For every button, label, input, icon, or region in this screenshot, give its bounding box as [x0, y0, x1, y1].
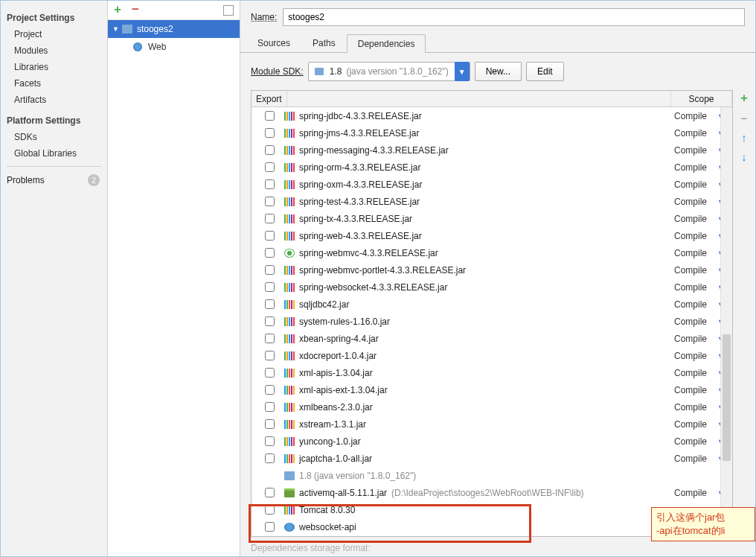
export-checkbox[interactable]	[265, 265, 275, 275]
table-row[interactable]: xml-apis-ext-1.3.04.jarCompile▼	[252, 381, 732, 398]
table-row[interactable]: spring-webmvc-4.3.3.RELEASE.jarCompile▼	[252, 244, 732, 261]
sidebar-item-modules[interactable]: Modules	[1, 42, 107, 59]
scope-cell[interactable]: Compile	[671, 488, 717, 498]
export-checkbox[interactable]	[265, 453, 275, 463]
table-row[interactable]: activemq-all-5.11.1.jar (D:\IdeaProject\…	[252, 484, 732, 501]
scope-cell[interactable]: Compile	[671, 179, 717, 190]
tab-paths[interactable]: Paths	[301, 34, 347, 52]
export-checkbox[interactable]	[265, 197, 275, 206]
scope-cell[interactable]: Compile	[671, 248, 717, 258]
export-checkbox[interactable]	[265, 488, 275, 497]
remove-module-icon[interactable]: −	[132, 5, 142, 16]
sidebar-item-facets[interactable]: Facets	[1, 75, 107, 92]
export-checkbox[interactable]	[265, 505, 275, 515]
tab-sources[interactable]: Sources	[246, 34, 301, 52]
table-row[interactable]: jcaptcha-1.0-all.jarCompile▼	[252, 450, 732, 467]
export-checkbox[interactable]	[265, 385, 275, 395]
export-checkbox[interactable]	[265, 522, 275, 532]
table-row[interactable]: spring-messaging-4.3.3.RELEASE.jarCompil…	[252, 141, 732, 159]
scope-cell[interactable]: Compile	[671, 197, 717, 207]
sidebar-item-artifacts[interactable]: Artifacts	[1, 92, 107, 108]
export-checkbox[interactable]	[265, 179, 275, 189]
scope-cell[interactable]: Compile	[671, 282, 717, 293]
table-row[interactable]: spring-jdbc-4.3.3.RELEASE.jarCompile▼	[252, 107, 732, 124]
export-checkbox[interactable]	[265, 128, 275, 138]
export-checkbox[interactable]	[265, 299, 275, 309]
export-checkbox[interactable]	[265, 402, 275, 412]
export-checkbox[interactable]	[265, 436, 275, 446]
sdk-dropdown-icon[interactable]: ▼	[455, 62, 470, 81]
scope-cell[interactable]: Compile	[671, 214, 717, 224]
sidebar-item-sdks[interactable]: SDKs	[1, 129, 107, 145]
table-row[interactable]: spring-web-4.3.3.RELEASE.jarCompile▼	[252, 227, 732, 244]
table-row[interactable]: spring-tx-4.3.3.RELEASE.jarCompile▼	[252, 210, 732, 227]
table-row[interactable]: system-rules-1.16.0.jarCompile▼	[252, 313, 732, 330]
add-dependency-button[interactable]: +	[737, 92, 751, 105]
scope-cell[interactable]: Compile	[671, 351, 717, 361]
tree-child-web[interactable]: Web	[108, 38, 240, 56]
edit-sdk-button[interactable]: Edit	[526, 62, 564, 81]
scope-cell[interactable]: Compile	[671, 128, 717, 139]
scope-cell[interactable]: Compile	[671, 299, 717, 310]
export-checkbox[interactable]	[265, 214, 275, 223]
move-up-button[interactable]: ↑	[737, 130, 751, 144]
table-row[interactable]: spring-jms-4.3.3.RELEASE.jarCompile▼	[252, 124, 732, 141]
table-row[interactable]: spring-test-4.3.3.RELEASE.jarCompile▼	[252, 193, 732, 210]
table-row[interactable]: spring-oxm-4.3.3.RELEASE.jarCompile▼	[252, 176, 732, 193]
export-checkbox[interactable]	[265, 231, 275, 241]
export-checkbox[interactable]	[265, 162, 275, 172]
export-checkbox[interactable]	[265, 316, 275, 326]
table-row[interactable]: xml-apis-1.3.04.jarCompile▼	[252, 364, 732, 381]
scope-cell[interactable]: Compile	[671, 231, 717, 241]
export-checkbox[interactable]	[265, 351, 275, 360]
module-name-input[interactable]	[283, 8, 745, 26]
table-row[interactable]: xmlbeans-2.3.0.jarCompile▼	[252, 398, 732, 416]
scope-cell[interactable]: Compile	[671, 453, 717, 464]
scope-cell[interactable]: Compile	[671, 368, 717, 378]
table-row[interactable]: spring-orm-4.3.3.RELEASE.jarCompile▼	[252, 159, 732, 176]
scope-cell[interactable]: Compile	[671, 419, 717, 430]
export-checkbox[interactable]	[265, 145, 275, 155]
table-row[interactable]: xdocreport-1.0.4.jarCompile▼	[252, 347, 732, 364]
scope-cell[interactable]: Compile	[671, 111, 717, 121]
table-row[interactable]: xbean-spring-4.4.jarCompile▼	[252, 330, 732, 347]
table-row[interactable]: spring-webmvc-portlet-4.3.3.RELEASE.jarC…	[252, 261, 732, 278]
export-checkbox[interactable]	[265, 368, 275, 378]
sidebar-item-problems[interactable]: Problems 2	[1, 171, 107, 189]
col-export[interactable]: Export	[252, 91, 287, 106]
table-row[interactable]: sqljdbc42.jarCompile▼	[252, 296, 732, 313]
col-scope[interactable]: Scope	[671, 91, 732, 106]
scope-cell[interactable]: Compile	[671, 385, 717, 395]
scope-cell[interactable]: Compile	[671, 436, 717, 447]
export-checkbox[interactable]	[265, 111, 275, 121]
scope-cell[interactable]: Compile	[671, 402, 717, 413]
table-row[interactable]: spring-websocket-4.3.3.RELEASE.jarCompil…	[252, 278, 732, 296]
sidebar-item-global-libraries[interactable]: Global Libraries	[1, 145, 107, 162]
sidebar-item-project[interactable]: Project	[1, 26, 107, 42]
new-sdk-button[interactable]: New...	[475, 62, 522, 81]
scope-cell[interactable]: Compile	[671, 145, 717, 156]
export-checkbox[interactable]	[265, 334, 275, 343]
export-checkbox[interactable]	[265, 248, 275, 258]
copy-module-icon[interactable]	[223, 5, 234, 16]
table-row[interactable]: yuncong-1.0.jarCompile▼	[252, 433, 732, 450]
tree-root[interactable]: ▼ stooges2	[108, 20, 240, 38]
export-checkbox[interactable]	[265, 282, 275, 292]
expand-arrow-icon[interactable]: ▼	[112, 25, 119, 33]
add-module-icon[interactable]: +	[114, 5, 124, 16]
dependency-label: spring-tx-4.3.3.RELEASE.jar	[299, 214, 412, 224]
scope-cell[interactable]: Compile	[671, 162, 717, 173]
table-scrollbar[interactable]	[720, 107, 732, 536]
scope-cell[interactable]: Compile	[671, 265, 717, 276]
table-row[interactable]: xstream-1.3.1.jarCompile▼	[252, 416, 732, 433]
tab-dependencies[interactable]: Dependencies	[347, 34, 426, 53]
module-sdk-combo[interactable]: 1.8 (java version "1.8.0_162") ▼	[308, 62, 470, 81]
remove-dependency-button[interactable]: −	[737, 111, 751, 124]
export-checkbox[interactable]	[265, 419, 275, 429]
scroll-thumb[interactable]	[723, 334, 731, 461]
table-row[interactable]: 1.8 (java version "1.8.0_162")	[252, 467, 732, 484]
scope-cell[interactable]: Compile	[671, 316, 717, 327]
scope-cell[interactable]: Compile	[671, 334, 717, 344]
sidebar-item-libraries[interactable]: Libraries	[1, 59, 107, 75]
move-down-button[interactable]: ↓	[737, 150, 751, 163]
